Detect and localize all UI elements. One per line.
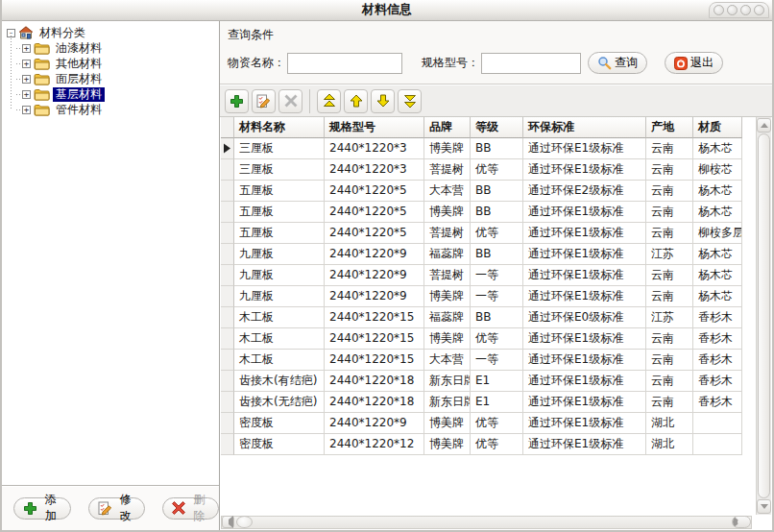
column-header-5[interactable]: 产地 — [646, 117, 693, 138]
table-cell[interactable]: 湖北 — [646, 413, 693, 434]
last-row-toolbar-button[interactable] — [398, 89, 422, 113]
table-row[interactable]: 三厘板2440*1220*3博美牌BB通过环保E1级标准云南杨木芯 — [221, 138, 742, 159]
next-row-toolbar-button[interactable] — [371, 89, 395, 113]
table-cell[interactable]: 通过环保E2级标准 — [523, 181, 646, 202]
table-cell[interactable]: 通过环保E1级标准 — [523, 265, 646, 286]
table-cell[interactable]: 2440*1220*5 — [325, 223, 424, 244]
table-cell[interactable]: 九厘板 — [234, 286, 325, 307]
table-row[interactable]: 木工板2440*1220*15福蕊牌BB通过环保E0级标准江苏香杉木 — [221, 307, 742, 328]
table-cell[interactable]: BB — [471, 138, 523, 159]
table-cell[interactable]: 通过环保E1级标准 — [523, 159, 646, 181]
table-cell[interactable]: BB — [471, 307, 523, 328]
table-cell[interactable]: 杨木芯 — [693, 138, 742, 159]
row-selector[interactable] — [221, 265, 234, 286]
first-row-toolbar-button[interactable] — [317, 89, 341, 113]
table-cell[interactable]: 云南 — [646, 328, 693, 350]
table-cell[interactable]: 杨木芯 — [693, 286, 742, 307]
add-button[interactable]: 添加 — [13, 497, 71, 520]
table-cell[interactable]: 齿接木(无结疤) — [234, 392, 325, 413]
table-cell[interactable]: 2440*1220*9 — [325, 265, 424, 286]
table-cell[interactable]: 云南 — [646, 371, 693, 392]
table-cell[interactable]: 通过环保E1级标准 — [523, 413, 646, 434]
row-selector[interactable] — [221, 181, 234, 202]
table-cell[interactable]: 新东日牌 — [424, 371, 471, 392]
table-cell[interactable]: 博美牌 — [424, 434, 471, 455]
row-selector[interactable] — [221, 307, 234, 328]
table-cell[interactable]: 通过环保E1级标准 — [523, 371, 646, 392]
expand-icon[interactable]: + — [22, 106, 31, 114]
expand-icon[interactable]: + — [22, 90, 31, 99]
table-cell[interactable]: 博美牌 — [424, 328, 471, 350]
table-cell[interactable]: 柳桉芯 — [693, 159, 742, 181]
table-row[interactable]: 九厘板2440*1220*9福蕊牌BB通过环保E1级标准江苏杨木芯 — [221, 244, 742, 265]
tree-item-4[interactable]: +管件材料 — [4, 102, 217, 117]
delete-toolbar-button[interactable] — [278, 89, 302, 113]
table-cell[interactable]: 香杉木 — [693, 307, 742, 328]
table-cell[interactable]: 通过环保E1级标准 — [523, 434, 646, 455]
table-cell[interactable]: 香杉木 — [693, 350, 742, 371]
table-cell[interactable]: 优等 — [471, 434, 523, 455]
table-cell[interactable]: 2440*1220*18 — [325, 392, 424, 413]
table-cell[interactable]: 优等 — [471, 159, 523, 181]
table-row[interactable]: 三厘板2440*1220*3菩提树优等通过环保E1级标准云南柳桉芯 — [221, 159, 742, 181]
table-cell[interactable]: 木工板 — [234, 328, 325, 350]
table-cell[interactable]: 木工板 — [234, 307, 325, 328]
table-cell[interactable]: 通过环保E1级标准 — [523, 223, 646, 244]
table-cell[interactable]: 通过环保E1级标准 — [523, 202, 646, 223]
table-cell[interactable]: BB — [471, 181, 523, 202]
vertical-scrollbar[interactable] — [756, 117, 771, 515]
current-row-indicator[interactable] — [221, 138, 234, 159]
tree-root-node[interactable]: - 材料分类 — [4, 25, 217, 40]
table-cell[interactable]: 菩提树 — [424, 159, 471, 181]
table-cell[interactable]: 香杉木 — [693, 392, 742, 413]
row-selector[interactable] — [221, 413, 234, 434]
table-cell[interactable]: 云南 — [646, 138, 693, 159]
table-cell[interactable]: 杨木芯 — [693, 181, 742, 202]
scroll-left-button[interactable] — [222, 516, 234, 528]
table-row[interactable]: 九厘板2440*1220*9博美牌一等通过环保E1级标准云南杨木芯 — [221, 286, 742, 307]
table-cell[interactable]: 一等 — [471, 350, 523, 371]
table-cell[interactable]: E1 — [471, 371, 523, 392]
table-cell[interactable]: 优等 — [471, 328, 523, 350]
row-selector[interactable] — [221, 159, 234, 181]
table-row[interactable]: 齿接木(有结疤)2440*1220*18新东日牌E1通过环保E1级标准云南香杉木 — [221, 371, 742, 392]
table-cell[interactable]: 五厘板 — [234, 181, 325, 202]
tree-item-0[interactable]: +油漆材料 — [4, 40, 217, 56]
table-cell[interactable]: 通过环保E0级标准 — [523, 307, 646, 328]
table-row[interactable]: 木工板2440*1220*15大本营一等通过环保E1级标准云南香杉木 — [221, 350, 742, 371]
table-cell[interactable]: 2440*1220*15 — [325, 350, 424, 371]
table-cell[interactable]: 2440*1220*9 — [325, 286, 424, 307]
table-cell[interactable]: 云南 — [646, 265, 693, 286]
table-cell[interactable] — [693, 434, 742, 455]
window-control-button[interactable] — [740, 5, 751, 15]
table-cell[interactable]: 通过环保E1级标准 — [523, 244, 646, 265]
exit-button[interactable]: 退出 — [665, 52, 723, 74]
table-cell[interactable]: 密度板 — [234, 434, 325, 455]
row-selector[interactable] — [221, 371, 234, 392]
search-button[interactable]: 查询 — [588, 52, 647, 74]
horizontal-scrollbar-thumb[interactable] — [236, 516, 253, 528]
vertical-scrollbar-thumb[interactable] — [758, 133, 770, 498]
table-cell[interactable]: 九厘板 — [234, 244, 325, 265]
delete-button[interactable]: 删除 — [162, 497, 219, 520]
table-cell[interactable]: 云南 — [646, 202, 693, 223]
table-cell[interactable]: 2440*1220*3 — [325, 138, 424, 159]
table-cell[interactable]: 通过环保E1级标准 — [523, 392, 646, 413]
expand-icon[interactable]: + — [22, 60, 31, 68]
table-cell[interactable]: BB — [471, 202, 523, 223]
table-cell[interactable] — [693, 413, 742, 434]
table-cell[interactable]: 菩提树 — [424, 265, 471, 286]
table-cell[interactable]: 齿接木(有结疤) — [234, 371, 325, 392]
table-cell[interactable]: 2440*1220*5 — [325, 202, 424, 223]
table-cell[interactable]: 2440*1220*15 — [325, 328, 424, 350]
table-row[interactable]: 密度板2440*1220*12博美牌优等通过环保E1级标准湖北 — [221, 434, 742, 455]
table-row[interactable]: 木工板2440*1220*15博美牌优等通过环保E1级标准云南香杉木 — [221, 328, 742, 350]
column-header-3[interactable]: 等级 — [471, 117, 523, 138]
table-cell[interactable]: 云南 — [646, 286, 693, 307]
table-cell[interactable]: 云南 — [646, 159, 693, 181]
horizontal-scrollbar[interactable] — [221, 516, 752, 529]
table-cell[interactable]: 大本营 — [424, 181, 471, 202]
table-cell[interactable]: 杨木芯 — [693, 202, 742, 223]
table-cell[interactable]: 江苏 — [646, 307, 693, 328]
table-cell[interactable]: 2440*1220*9 — [325, 244, 424, 265]
